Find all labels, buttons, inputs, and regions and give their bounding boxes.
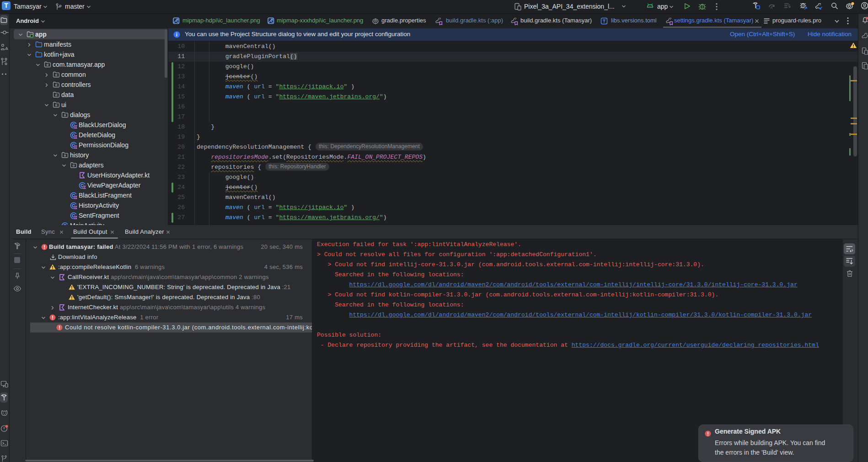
svg-text:A: A xyxy=(771,5,773,10)
